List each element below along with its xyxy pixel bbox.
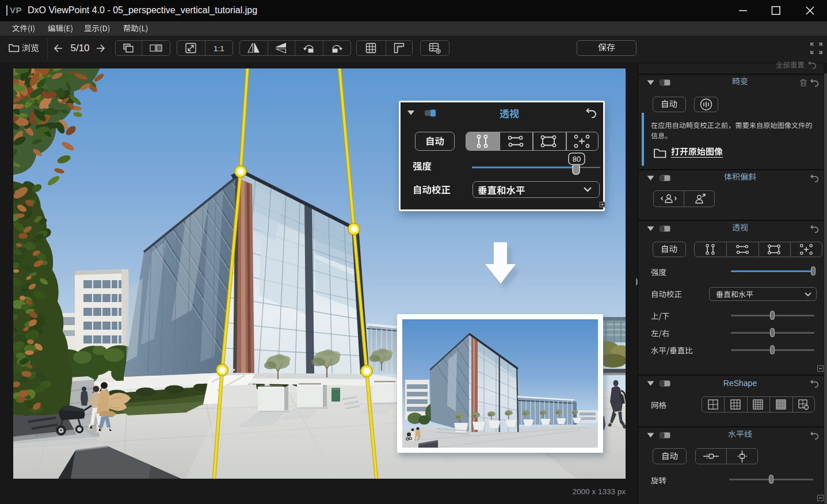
svg-text:1:1: 1:1 xyxy=(214,44,224,52)
svg-text:80: 80 xyxy=(573,155,581,163)
